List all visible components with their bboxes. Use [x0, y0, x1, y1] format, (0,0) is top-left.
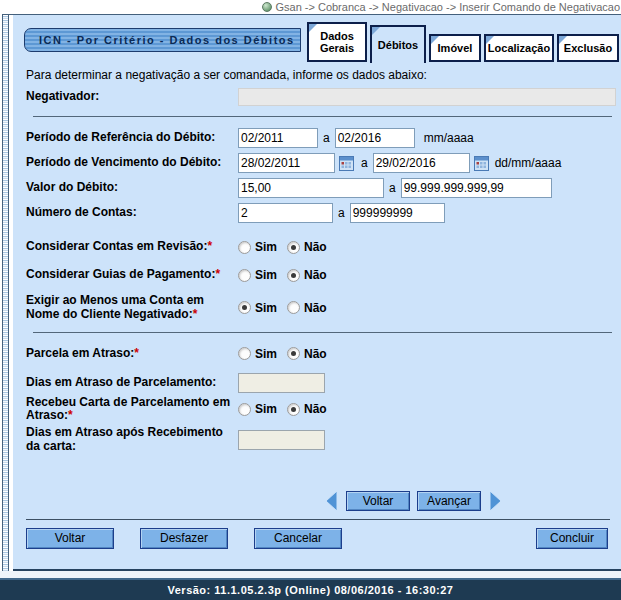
carta-row: Recebeu Carta de Parcelamento em Atraso:…: [13, 396, 621, 424]
revisao-radio-group: Sim Não: [238, 240, 327, 254]
carta-label: Recebeu Carta de Parcelamento em Atraso:…: [26, 396, 238, 424]
referencia-format-hint: mm/aaaa: [424, 131, 474, 145]
footer-gap: [0, 571, 621, 578]
required-asterisk: *: [207, 239, 212, 253]
tab-exclusao[interactable]: Exclusão: [557, 34, 619, 62]
wizard-avancar-button[interactable]: Avançar: [417, 491, 481, 511]
action-buttons: Voltar Desfazer Cancelar Concluir: [13, 528, 621, 549]
radio-button[interactable]: [287, 403, 300, 416]
referencia-final-input[interactable]: [335, 128, 415, 148]
radio-label: Não: [304, 402, 327, 416]
cancelar-button[interactable]: Cancelar: [254, 528, 342, 549]
radio-button[interactable]: [238, 403, 251, 416]
radio-option-nao[interactable]: Não: [287, 347, 327, 361]
valor-row: Valor do Débito: a: [13, 178, 621, 198]
radio-button[interactable]: [238, 241, 251, 254]
page-title: ICN - Por Critério - Dados dos Débitos: [24, 28, 301, 52]
valor-final-input[interactable]: [401, 178, 552, 198]
radio-option-sim[interactable]: Sim: [238, 347, 277, 361]
window-frame: ICN - Por Critério - Dados dos Débitos D…: [2, 14, 621, 571]
desfazer-button[interactable]: Desfazer: [140, 528, 228, 549]
guias-radio-group: Sim Não: [238, 268, 327, 282]
radio-label: Não: [304, 301, 327, 315]
radio-option-nao[interactable]: Não: [287, 402, 327, 416]
referencia-row: Período de Referência do Débito: a mm/aa…: [13, 128, 621, 148]
radio-option-nao[interactable]: Não: [287, 301, 327, 315]
contas-label: Número de Contas:: [26, 206, 238, 220]
valor-inicial-input[interactable]: [238, 178, 384, 198]
tab-imovel[interactable]: Imóvel: [429, 34, 481, 62]
left-rail-decoration: [2, 15, 9, 571]
vencimento-inicial-input[interactable]: [238, 153, 335, 173]
version-bar: Versão: 11.1.05.2.3p (Online) 08/06/2016…: [0, 578, 621, 600]
radio-label: Não: [304, 268, 327, 282]
intro-text: Para determinar a negativação a ser coma…: [13, 62, 621, 88]
radio-option-nao[interactable]: Não: [287, 268, 327, 282]
exigir-row: Exigir ao Menos uma Conta em Nome do Cli…: [13, 294, 621, 322]
dias-carta-row: Dias em Atraso após Recebimento da carta…: [13, 426, 621, 454]
range-separator: a: [338, 206, 345, 220]
radio-label: Não: [304, 347, 327, 361]
radio-option-sim[interactable]: Sim: [238, 402, 277, 416]
contas-row: Número de Contas: a: [13, 203, 621, 223]
radio-button[interactable]: [238, 347, 251, 360]
radio-option-sim[interactable]: Sim: [238, 301, 277, 315]
radio-button[interactable]: [287, 347, 300, 360]
radio-option-sim[interactable]: Sim: [238, 268, 277, 282]
help-icon[interactable]: [262, 2, 272, 12]
dias-carta-input: [238, 430, 325, 450]
radio-label: Sim: [255, 268, 277, 282]
parcela-row: Parcela em Atraso:* Sim Não: [13, 347, 621, 361]
guias-row: Considerar Guias de Pagamento:* Sim Não: [13, 268, 621, 282]
radio-button[interactable]: [238, 269, 251, 282]
valor-label: Valor do Débito:: [26, 181, 238, 195]
revisao-label: Considerar Contas em Revisão:*: [26, 240, 238, 254]
negativador-row: Negativador:: [13, 88, 621, 106]
radio-option-sim[interactable]: Sim: [238, 240, 277, 254]
divider: [33, 116, 612, 117]
tab-debitos[interactable]: Débitos: [370, 25, 426, 63]
wizard-voltar-button[interactable]: Voltar: [346, 491, 410, 511]
required-asterisk: *: [193, 307, 198, 321]
concluir-button[interactable]: Concluir: [536, 528, 608, 549]
tab-dados-gerais[interactable]: Dados Gerais: [307, 22, 367, 62]
voltar-button[interactable]: Voltar: [26, 528, 114, 549]
dias-parcelamento-row: Dias em Atraso de Parcelamento:: [13, 373, 621, 393]
range-separator: a: [323, 131, 330, 145]
referencia-inicial-input[interactable]: [238, 128, 318, 148]
contas-inicial-input[interactable]: [238, 203, 333, 223]
guias-label: Considerar Guias de Pagamento:*: [26, 268, 238, 282]
dias-parcelamento-label: Dias em Atraso de Parcelamento:: [26, 376, 238, 390]
arrow-right-icon[interactable]: [488, 490, 503, 512]
revisao-row: Considerar Contas em Revisão:* Sim Não: [13, 240, 621, 254]
calendar-icon[interactable]: [339, 156, 354, 171]
referencia-label: Período de Referência do Débito:: [26, 131, 238, 145]
breadcrumb: Gsan -> Cobranca -> Negativacao -> Inser…: [275, 1, 620, 13]
calendar-icon[interactable]: [474, 156, 489, 171]
radio-label: Sim: [255, 347, 277, 361]
parcela-radio-group: Sim Não: [238, 347, 327, 361]
negativador-input: [238, 88, 616, 106]
exigir-radio-group: Sim Não: [238, 301, 327, 315]
exigir-label: Exigir ao Menos uma Conta em Nome do Cli…: [26, 294, 238, 322]
vencimento-row: Período de Vencimento do Débito: a: [13, 153, 621, 173]
radio-option-nao[interactable]: Não: [287, 240, 327, 254]
radio-button[interactable]: [238, 301, 251, 314]
radio-button[interactable]: [287, 301, 300, 314]
tab-bar: Dados Gerais Débitos Imóvel Localização …: [307, 22, 619, 62]
carta-radio-group: Sim Não: [238, 402, 327, 416]
vencimento-final-input[interactable]: [373, 153, 470, 173]
arrow-left-icon[interactable]: [324, 490, 339, 512]
tab-localizacao[interactable]: Localização: [484, 34, 554, 62]
radio-button[interactable]: [287, 269, 300, 282]
gsan-window: Gsan -> Cobranca -> Negativacao -> Inser…: [0, 0, 621, 600]
parcela-label: Parcela em Atraso:*: [26, 347, 238, 361]
range-separator: a: [389, 181, 396, 195]
dias-carta-label: Dias em Atraso após Recebimento da carta…: [26, 426, 238, 454]
vencimento-label: Período de Vencimento do Débito:: [26, 156, 238, 170]
required-asterisk: *: [68, 408, 73, 422]
radio-button[interactable]: [287, 241, 300, 254]
radio-label: Sim: [255, 402, 277, 416]
radio-label: Não: [304, 240, 327, 254]
contas-final-input[interactable]: [350, 203, 445, 223]
